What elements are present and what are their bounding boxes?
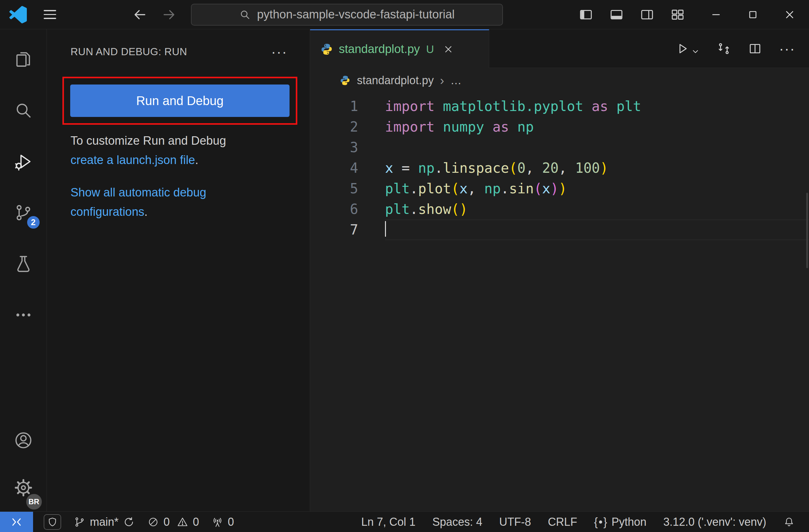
command-center-search[interactable]: python-sample-vscode-fastapi-tutorial bbox=[191, 4, 503, 25]
language-name: Python bbox=[612, 515, 647, 529]
title-bar-center: python-sample-vscode-fastapi-tutorial bbox=[56, 4, 579, 25]
breadcrumb: standardplot.py › … bbox=[310, 68, 809, 93]
remote-indicator[interactable] bbox=[0, 512, 33, 532]
git-branch-item[interactable]: main* bbox=[67, 512, 141, 532]
indentation-item[interactable]: Spaces: 4 bbox=[424, 512, 491, 532]
split-editor-icon[interactable] bbox=[748, 41, 762, 56]
auto-debug-text: Show all automatic debugconfigurations. bbox=[70, 183, 286, 221]
run-and-debug-icon bbox=[13, 151, 34, 172]
code-line[interactable]: plt.show() bbox=[385, 199, 809, 219]
search-icon bbox=[13, 100, 34, 121]
tab-standardplot[interactable]: standardplot.py U bbox=[310, 29, 489, 68]
forward-arrow-icon[interactable] bbox=[161, 7, 177, 22]
customize-layout-icon[interactable] bbox=[670, 7, 685, 22]
account-button[interactable] bbox=[0, 416, 47, 464]
toggle-secondary-sidebar-icon[interactable] bbox=[640, 7, 654, 22]
panel-title: RUN AND DEBUG: RUN bbox=[70, 46, 187, 58]
text-cursor bbox=[385, 221, 386, 237]
chevron-right-icon: › bbox=[440, 74, 444, 88]
line-number: 7 bbox=[310, 219, 358, 240]
breadcrumb-file[interactable]: standardplot.py bbox=[357, 74, 434, 87]
search-icon bbox=[239, 9, 251, 21]
account-icon bbox=[13, 430, 34, 450]
python-file-icon bbox=[320, 43, 333, 56]
sidebar-item-testing[interactable] bbox=[0, 238, 47, 289]
line-numbers: 1234567 bbox=[310, 96, 358, 511]
run-and-debug-button[interactable]: Run and Debug bbox=[70, 85, 290, 117]
radio-tower-icon bbox=[211, 516, 223, 528]
line-number: 3 bbox=[310, 137, 358, 158]
untracked-indicator: U bbox=[426, 43, 434, 55]
vscode-window: python-sample-vscode-fastapi-tutorial bbox=[0, 0, 809, 532]
sidebar-item-explorer[interactable] bbox=[0, 34, 47, 85]
notifications-button[interactable] bbox=[775, 512, 803, 532]
main-area: 2 BR RUN AND DEBUG: RUN ·· bbox=[0, 29, 809, 511]
auto-debug-link[interactable]: Show all automatic debugconfigurations bbox=[70, 186, 206, 218]
vscode-logo-icon bbox=[10, 6, 27, 23]
toggle-primary-sidebar-icon[interactable] bbox=[579, 7, 593, 22]
minimize-icon[interactable] bbox=[710, 8, 722, 21]
shield-icon bbox=[44, 514, 61, 530]
code-line[interactable]: import matplotlib.pyplot as plt bbox=[385, 96, 809, 117]
encoding-item[interactable]: UTF-8 bbox=[491, 512, 539, 532]
customize-hint-text: To customize Run and Debug create a laun… bbox=[70, 131, 286, 170]
testing-beaker-icon bbox=[13, 253, 34, 274]
title-bar-right bbox=[579, 7, 809, 22]
sidebar-item-search[interactable] bbox=[0, 85, 47, 136]
tab-bar: standardplot.py U bbox=[310, 29, 809, 68]
status-bar: main* 0 0 0 Ln 7, Col 1 Spaces: 4 UTF-8 … bbox=[0, 511, 809, 532]
workspace-trust-button[interactable] bbox=[37, 512, 67, 532]
sidebar-item-more[interactable] bbox=[0, 289, 47, 340]
sidebar-item-source-control[interactable]: 2 bbox=[0, 187, 47, 238]
error-count: 0 bbox=[163, 515, 170, 529]
code-line[interactable]: plt.plot(x, np.sin(x)) bbox=[385, 178, 809, 199]
code-lines: import matplotlib.pyplot as pltimport nu… bbox=[358, 96, 809, 511]
panel-more-icon[interactable]: ··· bbox=[271, 49, 287, 55]
run-and-debug-panel: RUN AND DEBUG: RUN ··· Run and Debug To … bbox=[47, 29, 310, 511]
language-mode-item[interactable]: {} Python bbox=[586, 512, 655, 532]
title-bar: python-sample-vscode-fastapi-tutorial bbox=[0, 0, 809, 29]
python-interpreter-item[interactable]: 3.12.0 ('.venv': venv) bbox=[655, 512, 775, 532]
launch-json-link[interactable]: create a launch.json file bbox=[70, 154, 195, 166]
code-line[interactable] bbox=[385, 137, 809, 158]
status-bar-right: Ln 7, Col 1 Spaces: 4 UTF-8 CRLF {} Pyth… bbox=[353, 512, 809, 532]
run-icon bbox=[675, 41, 690, 56]
tab-close-icon[interactable] bbox=[443, 44, 453, 54]
braces-icon: {} bbox=[594, 515, 607, 529]
window-controls bbox=[710, 8, 796, 21]
maximize-icon[interactable] bbox=[746, 8, 759, 21]
editor-actions: ··· bbox=[675, 29, 809, 68]
code-line[interactable] bbox=[385, 219, 809, 240]
panel-header: RUN AND DEBUG: RUN ··· bbox=[47, 29, 310, 58]
sidebar-item-run-and-debug[interactable] bbox=[0, 136, 47, 187]
ports-count: 0 bbox=[228, 515, 234, 529]
more-icon bbox=[13, 305, 34, 325]
close-icon[interactable] bbox=[784, 8, 796, 21]
editor-more-icon[interactable]: ··· bbox=[779, 46, 795, 52]
breadcrumb-more[interactable]: … bbox=[450, 74, 462, 87]
open-changes-icon[interactable] bbox=[717, 41, 731, 56]
eol-item[interactable]: CRLF bbox=[539, 512, 586, 532]
red-annotation-rectangle: Run and Debug bbox=[63, 77, 297, 125]
ports-item[interactable]: 0 bbox=[205, 512, 240, 532]
menu-icon[interactable] bbox=[44, 10, 56, 19]
code-line[interactable]: import numpy as np bbox=[385, 117, 809, 137]
warning-count: 0 bbox=[193, 515, 199, 529]
line-number: 5 bbox=[310, 178, 358, 199]
cursor-position-item[interactable]: Ln 7, Col 1 bbox=[353, 512, 424, 532]
run-python-file-button[interactable] bbox=[675, 41, 700, 56]
code-editor[interactable]: 1234567 import matplotlib.pyplot as plti… bbox=[310, 93, 809, 511]
scrollbar-thumb[interactable] bbox=[806, 193, 808, 268]
bell-icon bbox=[783, 516, 795, 528]
toggle-panel-icon[interactable] bbox=[609, 7, 624, 22]
run-dropdown-chevron-icon[interactable] bbox=[691, 47, 700, 56]
problems-item[interactable]: 0 0 bbox=[141, 512, 205, 532]
explorer-icon bbox=[13, 49, 34, 70]
warnings-icon bbox=[177, 516, 188, 528]
line-number: 4 bbox=[310, 158, 358, 178]
settings-button[interactable]: BR bbox=[0, 464, 47, 511]
title-bar-left bbox=[0, 6, 56, 23]
code-line[interactable]: x = np.linspace(0, 20, 100) bbox=[385, 158, 809, 178]
back-arrow-icon[interactable] bbox=[132, 7, 147, 22]
line-number: 6 bbox=[310, 199, 358, 219]
